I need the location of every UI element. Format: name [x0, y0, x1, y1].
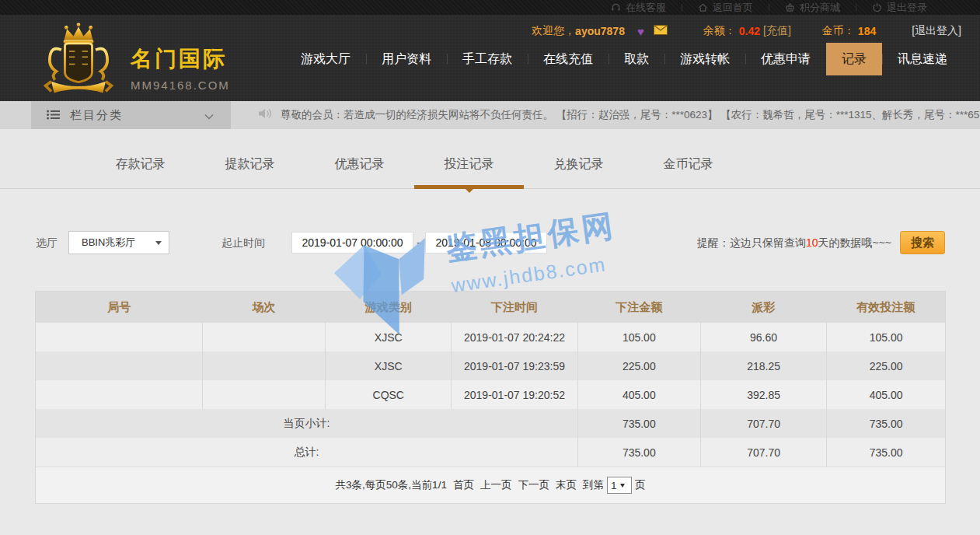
cell-session — [202, 351, 325, 380]
site-logo-text: 名门国际 MM94168.COM — [131, 44, 230, 92]
table-row: XJSC 2019-01-07 19:23:59 225.00 218.25 2… — [36, 351, 945, 380]
bet-records-table-container: 局号 场次 游戏类别 下注时间 下注金额 派彩 有效投注额 XJSC 2019-… — [35, 291, 946, 504]
subtotal-payout: 707.70 — [700, 409, 826, 438]
coins-label: 金币： — [822, 24, 855, 38]
cell-bet-amount: 105.00 — [577, 323, 700, 351]
nav-user-profile[interactable]: 用户资料 — [366, 43, 447, 75]
cell-valid-bet: 405.00 — [827, 380, 945, 409]
first-page-link[interactable]: 首页 — [453, 478, 474, 492]
table-row: CQSC 2019-01-07 19:20:52 405.00 392.85 4… — [36, 380, 945, 409]
balance-group: 余额： 0.42 [充值] — [703, 24, 791, 38]
table-header-row: 局号 场次 游戏类别 下注时间 下注金额 派彩 有效投注额 — [36, 292, 945, 323]
total-label: 总计: — [36, 438, 577, 467]
hall-label: 选厅 — [36, 231, 58, 254]
date-from-input[interactable]: 2019-01-07 00:00:00 — [291, 232, 413, 254]
back-home-link[interactable]: 返回首页 — [698, 1, 753, 15]
coins-value: 184 — [858, 25, 876, 37]
nav-records[interactable]: 记录 — [826, 43, 882, 75]
cell-payout: 218.25 — [700, 351, 826, 380]
balance-label: 余额： — [703, 24, 736, 38]
nav-online-recharge[interactable]: 在线充值 — [528, 43, 609, 75]
basket-icon — [785, 2, 795, 12]
col-session: 场次 — [202, 292, 325, 323]
tab-deposit-records[interactable]: 存款记录 — [85, 129, 195, 189]
logout-link[interactable]: [退出登入] — [912, 24, 961, 38]
tab-promo-records[interactable]: 优惠记录 — [305, 129, 414, 189]
reminder-post: 天的数据哦~~~ — [818, 236, 891, 249]
power-icon — [872, 2, 882, 12]
logout-top-link[interactable]: 退出登录 — [872, 1, 927, 15]
search-button[interactable]: 搜索 — [900, 231, 945, 254]
account-summary-row: 欢迎您， ayou7878 ♥ 余额： 0.42 [充值] 金币： 184 [退… — [532, 24, 961, 38]
tab-exchange-records[interactable]: 兑换记录 — [524, 129, 633, 189]
col-bet-amount: 下注金额 — [577, 292, 700, 323]
nav-manual-deposit[interactable]: 手工存款 — [447, 43, 528, 75]
tab-bet-records[interactable]: 投注记录 — [414, 129, 524, 189]
cell-bet-time: 2019-01-07 19:23:59 — [452, 351, 577, 380]
reminder-days: 10 — [806, 236, 818, 249]
category-dropdown[interactable]: 栏目分类 — [31, 101, 231, 129]
main-navigation: 游戏大厅 用户资料 手工存款 在线充值 取款 游戏转帐 优惠申请 记录 讯息速递 — [285, 43, 963, 75]
goto-page-prefix: 到第 — [583, 478, 604, 492]
logout-top-label: 退出登录 — [887, 1, 927, 15]
subtotal-valid-bet: 735.00 — [827, 409, 945, 438]
subtotal-bet-amount: 735.00 — [577, 409, 700, 438]
topbar-divider — [682, 4, 682, 12]
date-range-label: 起止时间 — [221, 231, 265, 254]
nav-promo-apply[interactable]: 优惠申请 — [745, 43, 826, 75]
col-bet-time: 下注时间 — [452, 292, 577, 323]
coins-group: 金币： 184 — [822, 24, 879, 38]
nav-game-hall[interactable]: 游戏大厅 — [285, 43, 366, 75]
announcement-bar: 栏目分类 尊敬的会员：若造成一切的经济损失网站将不负任何责任。 【招行：赵治强，… — [0, 101, 980, 129]
next-page-link[interactable]: 下一页 — [518, 478, 549, 492]
balance-value: 0.42 — [739, 25, 760, 37]
site-domain: MM94168.COM — [131, 79, 230, 92]
page-select-arrow-icon — [620, 484, 625, 490]
recharge-link[interactable]: [充值] — [763, 24, 791, 38]
chevron-down-icon — [204, 109, 214, 122]
welcome-prefix: 欢迎您， — [532, 24, 575, 38]
headset-icon — [611, 2, 621, 12]
total-payout: 707.70 — [700, 438, 826, 467]
tab-coin-records[interactable]: 金币记录 — [633, 129, 743, 189]
cell-game-type: XJSC — [326, 323, 452, 351]
page-select-value: 1 — [611, 480, 617, 491]
nav-withdraw[interactable]: 取款 — [609, 43, 664, 75]
mail-icon[interactable] — [654, 25, 668, 37]
total-valid-bet: 735.00 — [827, 438, 945, 467]
col-payout: 派彩 — [700, 292, 826, 323]
col-round-id: 局号 — [36, 292, 202, 323]
col-valid-bet: 有效投注额 — [827, 292, 945, 323]
date-to-input[interactable]: 2019-01-08 00:00:00 — [425, 232, 547, 254]
total-row: 总计: 735.00 707.70 735.00 — [36, 438, 945, 467]
cell-round-id — [36, 380, 202, 409]
site-header: 名门国际 MM94168.COM 欢迎您， ayou7878 ♥ 余额： 0.4… — [0, 15, 980, 101]
cell-bet-time: 2019-01-07 19:20:52 — [452, 380, 577, 409]
prev-page-link[interactable]: 上一页 — [480, 478, 512, 492]
site-title: 名门国际 — [131, 44, 230, 74]
nav-game-transfer[interactable]: 游戏转帐 — [664, 43, 745, 75]
tab-withdraw-records[interactable]: 提款记录 — [195, 129, 305, 189]
hall-select[interactable]: BBIN兆彩厅 — [68, 231, 169, 254]
speaker-icon — [257, 107, 273, 123]
goto-page-suffix: 页 — [635, 478, 646, 492]
last-page-link[interactable]: 末页 — [556, 478, 577, 492]
site-logo-crest — [33, 21, 124, 102]
top-utility-bar: 在线客服 返回首页 积分商城 退出登录 — [0, 0, 980, 15]
vip-heart-icon: ♥ — [637, 25, 644, 38]
cell-bet-amount: 405.00 — [577, 380, 700, 409]
online-service-link[interactable]: 在线客服 — [611, 1, 666, 15]
pagination-bar: 共3条,每页50条,当前1/1 首页 上一页 下一页 末页 到第 1 页 — [36, 467, 945, 503]
cell-bet-amount: 225.00 — [577, 351, 700, 380]
record-tabbar: 存款记录 提款记录 优惠记录 投注记录 兑换记录 金币记录 — [0, 129, 980, 189]
page-select[interactable]: 1 — [607, 477, 632, 494]
cell-payout: 392.85 — [700, 380, 826, 409]
topbar-divider — [769, 4, 769, 12]
hall-select-value: BBIN兆彩厅 — [82, 236, 135, 248]
subtotal-row: 当页小计: 735.00 707.70 735.00 — [36, 409, 945, 438]
nav-message-express[interactable]: 讯息速递 — [882, 43, 963, 75]
points-mall-link[interactable]: 积分商城 — [785, 1, 840, 15]
cell-valid-bet: 225.00 — [827, 351, 945, 380]
points-mall-label: 积分商城 — [800, 1, 840, 15]
cell-round-id — [36, 323, 202, 351]
